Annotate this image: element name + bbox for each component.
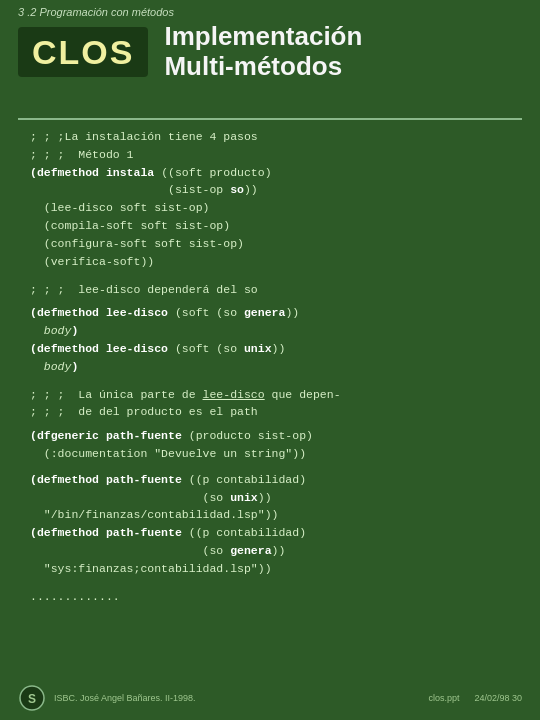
code-line-9: (defmethod lee-disco (soft (so unix)) bbox=[30, 340, 522, 358]
comment-4: ; ; ; La única parte de lee-disco que de… bbox=[30, 386, 522, 404]
svg-text:S: S bbox=[28, 692, 36, 706]
footer-filename: clos.ppt bbox=[428, 693, 459, 703]
title-block: Implementación Multi-métodos bbox=[164, 22, 522, 82]
code-content: ; ; ;La instalación tiene 4 pasos ; ; ; … bbox=[30, 128, 522, 606]
clos-badge: CLOS bbox=[18, 27, 148, 77]
code-line-10: body) bbox=[30, 358, 522, 376]
code-line-1: (defmethod instala ((soft producto) bbox=[30, 164, 522, 182]
code-line-11: (dfgeneric path-fuente (producto sist-op… bbox=[30, 427, 522, 445]
code-line-6: (verifica-soft)) bbox=[30, 253, 522, 271]
footer-author: ISBC. José Angel Bañares. II-1998. bbox=[46, 693, 428, 703]
footer-date: 24/02/98 30 bbox=[474, 693, 522, 703]
code-line-2: (sist-op so)) bbox=[30, 181, 522, 199]
code-line-14: (so unix)) bbox=[30, 489, 522, 507]
slide-label: 3 .2 Programación con métodos bbox=[18, 6, 174, 18]
code-line-17: (so genera)) bbox=[30, 542, 522, 560]
code-line-8: body) bbox=[30, 322, 522, 340]
comment-5: ; ; ; de del producto es el path bbox=[30, 403, 522, 421]
code-line-16: (defmethod path-fuente ((p contabilidad) bbox=[30, 524, 522, 542]
code-line-4: (compila-soft soft sist-op) bbox=[30, 217, 522, 235]
code-line-15: "/bin/finanzas/contabilidad.lsp")) bbox=[30, 506, 522, 524]
comment-2: ; ; ; Método 1 bbox=[30, 146, 522, 164]
footer-logo-icon: S bbox=[18, 684, 46, 712]
page: 3 .2 Programación con métodos CLOS Imple… bbox=[0, 0, 540, 720]
header-divider bbox=[18, 118, 522, 120]
footer: S ISBC. José Angel Bañares. II-1998. clo… bbox=[18, 684, 522, 712]
title-line1: Implementación bbox=[164, 22, 522, 52]
code-line-5: (configura-soft soft sist-op) bbox=[30, 235, 522, 253]
title-line2: Multi-métodos bbox=[164, 52, 522, 82]
code-line-7: (defmethod lee-disco (soft (so genera)) bbox=[30, 304, 522, 322]
code-line-12: (:documentation "Devuelve un string")) bbox=[30, 445, 522, 463]
comment-1: ; ; ;La instalación tiene 4 pasos bbox=[30, 128, 522, 146]
header: CLOS Implementación Multi-métodos bbox=[18, 22, 522, 82]
code-line-13: (defmethod path-fuente ((p contabilidad) bbox=[30, 471, 522, 489]
footer-file-info: clos.ppt 24/02/98 30 bbox=[428, 693, 522, 703]
code-line-3: (lee-disco soft sist-op) bbox=[30, 199, 522, 217]
comment-3: ; ; ; lee-disco dependerá del so bbox=[30, 281, 522, 299]
dots: ............. bbox=[30, 588, 522, 606]
code-line-18: "sys:finanzas;contabilidad.lsp")) bbox=[30, 560, 522, 578]
